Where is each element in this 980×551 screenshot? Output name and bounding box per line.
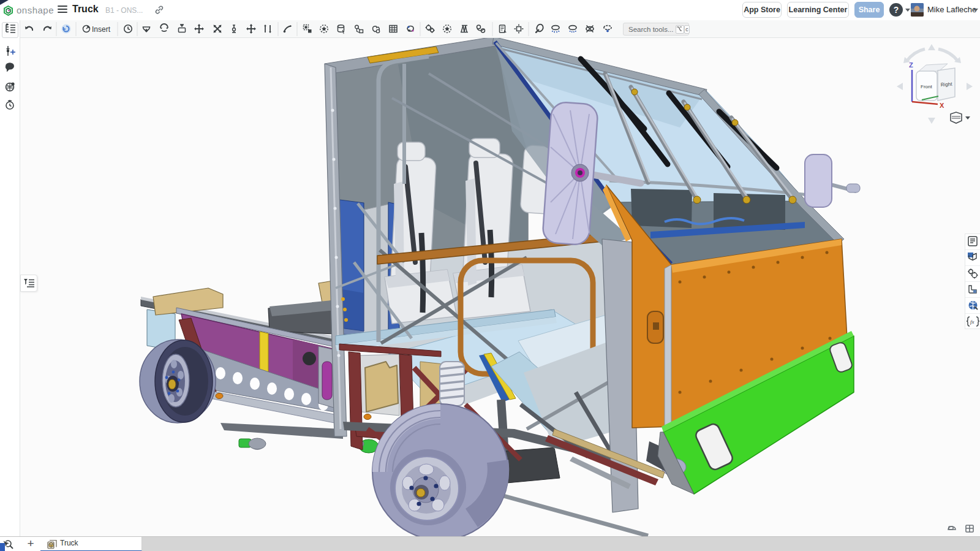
svg-text:Right: Right (941, 82, 953, 88)
svg-text:X: X (940, 102, 944, 109)
svg-text:Front: Front (921, 84, 932, 89)
svg-text:Z: Z (909, 61, 913, 69)
svg-text:fx: fx (970, 319, 974, 325)
